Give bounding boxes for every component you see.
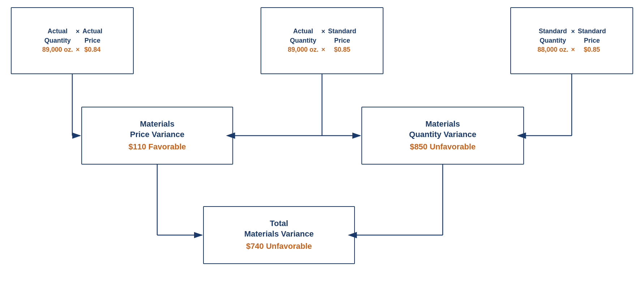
qty-var-line2: Quantity Variance [409,129,476,140]
box-quantity-variance: Materials Quantity Variance $850 Unfavor… [361,107,524,165]
value-aq-mid: 89,000 oz. [288,46,318,54]
label-sp-r-2: Price [584,37,600,45]
box-total-variance: Total Materials Variance $740 Unfavorabl… [203,206,355,264]
box-price-variance: Materials Price Variance $110 Favorable [81,107,233,165]
total-var-line2: Materials Variance [244,229,314,239]
variance-diagram: Actual × Actual Quantity Price 89,000 oz… [0,0,644,285]
label-aq-mid-1: Actual [293,27,313,35]
mult-mid-1: × [321,28,325,35]
value-ap: $0.84 [84,46,100,54]
mult1: × [76,28,80,35]
label-sq-1: Standard [539,27,567,35]
label-actual-price-1: Actual [82,27,102,35]
price-var-line2: Price Variance [130,129,184,140]
label-actual-qty-2: Quantity [44,37,71,45]
box-actual-qty-actual-price: Actual × Actual Quantity Price 89,000 oz… [11,7,134,74]
box-actual-qty-standard-price: Actual × Standard Quantity Price 89,000 … [261,7,383,74]
value-sp-mid: $0.85 [334,46,350,54]
value-aq: 89,000 oz. [42,46,73,54]
label-aq-mid-2: Quantity [290,37,316,45]
label-actual-price-2: Price [85,37,100,45]
mult-mid-2: × [321,46,325,54]
total-var-line1: Total [270,218,288,229]
label-sp-mid-1: Standard [328,27,356,35]
qty-var-value: $850 Unfavorable [410,142,476,152]
qty-var-line1: Materials [425,119,460,129]
label-sp-mid-2: Price [334,37,350,45]
box-standard-qty-standard-price: Standard × Standard Quantity Price 88,00… [510,7,633,74]
price-var-line1: Materials [140,119,174,129]
value-sp-r: $0.85 [584,46,600,54]
price-var-value: $110 Favorable [129,142,186,152]
mult-r-1: × [571,28,575,35]
mult-r-2: × [571,46,575,54]
value-sq: 88,000 oz. [537,46,568,54]
total-var-value: $740 Unfavorable [246,241,312,252]
label-actual-qty-1: Actual [48,27,68,35]
label-sq-2: Quantity [540,37,566,45]
label-sp-r-1: Standard [578,27,606,35]
mult2: × [76,46,80,54]
